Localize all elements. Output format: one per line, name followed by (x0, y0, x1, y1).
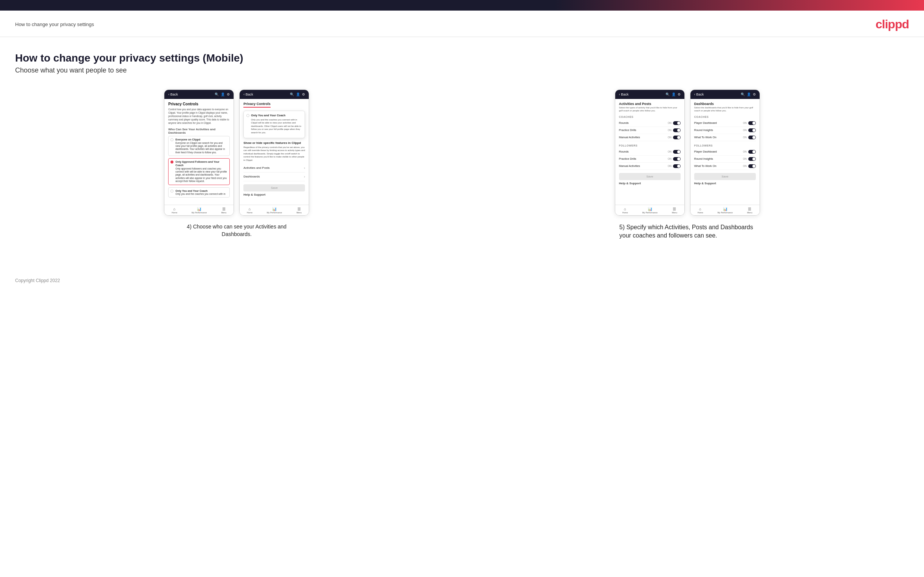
header-icons-1: 🔍 👤 ⚙ (215, 92, 230, 96)
settings-icon-2[interactable]: ⚙ (302, 92, 305, 96)
nav-home-1[interactable]: ⌂ Home (171, 207, 177, 214)
bottom-nav-4: ⌂ Home 📊 My Performance ☰ Menu (690, 205, 759, 215)
option-approved[interactable]: Only Approved Followers and Your Coach O… (168, 158, 230, 185)
save-btn-3[interactable]: Save (619, 173, 681, 180)
coaches-what-work-label: What To Work On (694, 135, 717, 139)
nav-menu-2[interactable]: ☰ Menu (296, 207, 302, 214)
followers-rounds-switch[interactable] (673, 150, 681, 154)
menu-icon-1: ☰ (222, 207, 226, 211)
option-only-coach[interactable]: Only You and Your Coach Only you and the… (168, 187, 230, 198)
followers-round-insights-switch[interactable] (748, 157, 756, 161)
coaches-player-dash-switch[interactable] (748, 121, 756, 125)
nav-menu-1[interactable]: ☰ Menu (221, 207, 226, 214)
search-icon-3[interactable]: 🔍 (666, 92, 670, 96)
option-everyone[interactable]: Everyone on Clippd Everyone on Clippd ca… (168, 136, 230, 156)
settings-icon-4[interactable]: ⚙ (753, 92, 756, 96)
back-button-1[interactable]: ‹ Back (168, 92, 178, 96)
person-icon-1[interactable]: 👤 (221, 92, 225, 96)
person-icon-3[interactable]: 👤 (672, 92, 676, 96)
header: How to change your privacy settings clip… (0, 11, 924, 37)
popup-text: Only you and the coaches you connect wit… (251, 118, 302, 134)
back-button-3[interactable]: ‹ Back (619, 92, 629, 96)
coaches-rounds-label: Rounds (619, 121, 629, 125)
coaches-what-work-switch[interactable] (748, 135, 756, 139)
nav-menu-4[interactable]: ☰ Menu (747, 207, 753, 214)
person-icon-4[interactable]: 👤 (747, 92, 751, 96)
followers-section-title-3: FOLLOWERS (619, 144, 681, 147)
followers-round-insights-toggle[interactable]: ON (743, 157, 756, 161)
coaches-round-insights-row: Round Insights ON (694, 127, 756, 134)
screenshot-pair-2: ‹ Back 🔍 👤 ⚙ Activities and Posts Select… (615, 90, 760, 216)
breadcrumb: How to change your privacy settings (15, 21, 94, 27)
followers-manual-row: Manual Activities ON (619, 163, 681, 170)
coaches-what-work-toggle[interactable]: ON (743, 135, 756, 139)
save-btn-2[interactable]: Save (243, 184, 305, 192)
nav-home-4[interactable]: ⌂ Home (698, 207, 703, 214)
followers-player-dash-toggle[interactable]: ON (743, 150, 756, 154)
followers-drills-toggle[interactable]: ON (668, 157, 681, 161)
mock-header-3: ‹ Back 🔍 👤 ⚙ (615, 90, 684, 99)
main-content: How to change your privacy settings (Mob… (0, 37, 924, 271)
followers-player-dash-on: ON (743, 150, 747, 153)
nav-home-3[interactable]: ⌂ Home (622, 207, 628, 214)
followers-player-dash-row: Player Dashboard ON (694, 148, 756, 156)
followers-drills-label: Practice Drills (619, 157, 636, 161)
followers-what-work-toggle[interactable]: ON (743, 164, 756, 168)
privacy-controls-tab[interactable]: Privacy Controls (243, 102, 271, 108)
nav-menu-3[interactable]: ☰ Menu (672, 207, 677, 214)
followers-rounds-toggle[interactable]: ON (668, 150, 681, 154)
followers-manual-switch[interactable] (673, 164, 681, 168)
settings-icon-3[interactable]: ⚙ (678, 92, 681, 96)
nav-performance-4[interactable]: 📊 My Performance (718, 207, 733, 214)
top-bar (0, 0, 924, 11)
search-icon-2[interactable]: 🔍 (290, 92, 294, 96)
footer: Copyright Clippd 2022 (0, 271, 924, 291)
search-icon-1[interactable]: 🔍 (215, 92, 219, 96)
coaches-drills-switch[interactable] (673, 128, 681, 132)
mobile-mockup-3: ‹ Back 🔍 👤 ⚙ Activities and Posts Select… (615, 90, 685, 216)
mock-body-4: Dashboards Select the dashboards that yo… (690, 99, 759, 205)
nav-performance-3[interactable]: 📊 My Performance (643, 207, 657, 214)
followers-rounds-label: Rounds (619, 150, 629, 153)
coaches-manual-toggle[interactable]: ON (668, 135, 681, 139)
dashboards-title: Dashboards (694, 102, 756, 106)
dashboards-label: Dashboards (243, 175, 260, 178)
coaches-round-insights-label: Round Insights (694, 128, 713, 132)
coaches-player-dash-toggle[interactable]: ON (743, 121, 756, 125)
radio-everyone[interactable] (170, 138, 173, 141)
radio-only-coach[interactable] (170, 190, 173, 193)
nav-performance-1[interactable]: 📊 My Performance (192, 207, 207, 214)
person-icon-2[interactable]: 👤 (296, 92, 300, 96)
coaches-drills-toggle[interactable]: ON (668, 128, 681, 132)
nav-home-2[interactable]: ⌂ Home (247, 207, 252, 214)
caption-left: 4) Choose who can see your Activities an… (176, 223, 297, 238)
help-support-3: Help & Support (619, 182, 681, 185)
followers-what-work-switch[interactable] (748, 164, 756, 168)
coaches-round-insights-toggle[interactable]: ON (743, 128, 756, 132)
followers-what-work-on: ON (743, 164, 747, 167)
followers-drills-switch[interactable] (673, 157, 681, 161)
back-button-4[interactable]: ‹ Back (694, 92, 704, 96)
mock-body-2: Privacy Controls Only You and Your Coach… (240, 99, 309, 205)
search-icon-4[interactable]: 🔍 (741, 92, 745, 96)
followers-drills-row: Practice Drills ON (619, 156, 681, 163)
coaches-rounds-toggle[interactable]: ON (668, 121, 681, 125)
settings-icon-1[interactable]: ⚙ (227, 92, 230, 96)
bottom-nav-1: ⌂ Home 📊 My Performance ☰ Menu (165, 205, 234, 215)
coaches-rounds-switch[interactable] (673, 121, 681, 125)
activities-posts-item[interactable]: Activities and Posts › (243, 164, 305, 172)
save-btn-4[interactable]: Save (694, 173, 756, 180)
followers-player-dash-switch[interactable] (748, 150, 756, 154)
radio-approved[interactable] (170, 161, 173, 163)
dashboards-item[interactable]: Dashboards › (243, 172, 305, 181)
coaches-round-insights-switch[interactable] (748, 128, 756, 132)
nav-performance-2[interactable]: 📊 My Performance (267, 207, 282, 214)
coaches-drills-label: Practice Drills (619, 128, 636, 132)
bottom-nav-2: ⌂ Home 📊 My Performance ☰ Menu (240, 205, 309, 215)
followers-drills-on: ON (668, 158, 672, 160)
logo: clippd (876, 18, 909, 31)
home-icon-3: ⌂ (624, 207, 626, 211)
coaches-manual-switch[interactable] (673, 135, 681, 139)
back-button-2[interactable]: ‹ Back (243, 92, 253, 96)
followers-manual-toggle[interactable]: ON (668, 164, 681, 168)
